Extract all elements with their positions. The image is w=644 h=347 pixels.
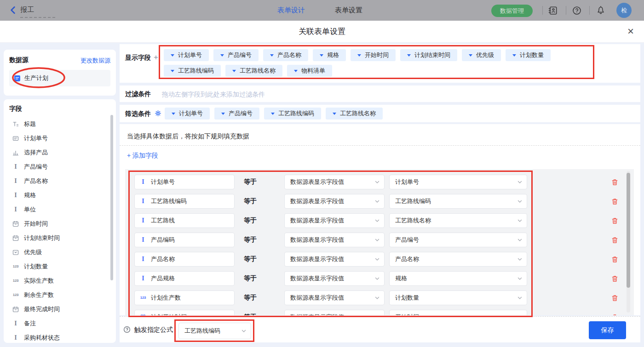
trigger-formula-select[interactable]: 工艺路线编码 [178,323,251,339]
rule-source-select[interactable]: 数据源表显示字段值 [284,310,385,315]
data-manage-button[interactable]: 数据管理 [491,5,533,17]
rule-field-input[interactable]: I工艺路线编码 [134,194,235,209]
field-chip[interactable]: 工艺路线编码 [264,108,321,119]
delete-rule-icon[interactable] [611,179,618,186]
rule-source-select[interactable]: 数据源表显示字段值 [284,252,385,267]
tab-form-design[interactable]: 表单设计 [277,6,305,15]
rule-row: I工艺路线等于数据源表显示字段值工艺路线名称 [134,213,634,228]
field-item[interactable]: 最终完成时间 [4,302,113,316]
field-chip-label: 开始时间 [365,51,389,59]
field-chip[interactable]: 计划数量 [506,49,551,61]
rule-value-select[interactable]: 产品编号 [389,233,527,247]
rule-field-input[interactable]: I计划单号 [134,175,235,189]
fields-scrollbar[interactable] [110,115,113,280]
rule-value-select[interactable]: 规格 [389,271,527,286]
close-icon[interactable]: × [627,24,634,38]
rule-value-select[interactable]: 工艺路线名称 [389,213,527,228]
delete-rule-icon[interactable] [611,295,618,301]
delete-rule-icon[interactable] [611,275,618,282]
field-item[interactable]: 计划单号 [4,131,113,145]
field-item-label: 开始时间 [24,220,48,228]
delete-rule-icon[interactable] [611,314,618,316]
avatar[interactable]: 检 [616,3,632,18]
tab-form-settings[interactable]: 表单设置 [335,6,362,15]
field-chip[interactable]: 产品编号 [213,49,259,61]
field-chip[interactable]: 工艺路线名称 [225,65,282,77]
add-display-field-icon[interactable]: + [154,53,158,62]
field-item-label: 规格 [24,191,36,199]
field-item[interactable]: I采购耗材状态 [4,330,113,343]
field-chip[interactable]: 产品编号 [214,108,259,119]
save-button[interactable]: 保存 [589,321,626,339]
field-item[interactable]: I产品编号 [4,159,113,174]
field-chip[interactable]: 产品名称 [263,49,308,61]
field-chip[interactable]: 优先级 [462,49,501,61]
chevron-down-icon [517,256,523,262]
topbar: 报工 表单设计 表单设置 数据管理 检 [0,0,644,21]
rule-field-input[interactable]: I产品编码 [134,233,235,247]
rule-source-select[interactable]: 数据源表显示字段值 [284,213,385,228]
field-item[interactable]: I规格 [4,188,113,202]
rules-scrollbar[interactable] [627,173,630,288]
divider [120,145,640,146]
text-icon: I [139,275,147,282]
rule-value-select[interactable]: 工艺路线编码 [389,194,527,209]
chevron-down-icon [517,217,523,224]
bell-icon[interactable] [596,6,605,15]
rule-source-select[interactable]: 数据源表显示字段值 [284,194,385,209]
delete-rule-icon[interactable] [611,237,618,244]
rule-field-input[interactable]: I产品名称 [134,252,235,267]
field-chip[interactable]: 计划单号 [165,108,210,119]
field-item[interactable]: 标题 [4,117,113,131]
question-icon[interactable] [123,326,131,333]
help-icon[interactable] [572,6,581,15]
field-item[interactable]: 开始时间 [4,216,113,231]
rule-value-select[interactable]: 计划单号 [389,175,527,189]
field-chip[interactable]: 规格 [313,49,346,61]
rule-source-select[interactable]: 数据源表显示字段值 [284,290,385,305]
add-field-link[interactable]: + 添加字段 [127,152,158,160]
field-chip[interactable]: 开始时间 [351,49,396,61]
field-item[interactable]: 123剩余生产数 [4,288,113,302]
field-item[interactable]: I单位 [4,202,113,216]
change-datasource-link[interactable]: 更改数据源 [80,57,110,65]
divider [589,6,590,15]
field-item[interactable]: I产品名称 [4,174,113,188]
rule-source-select[interactable]: 数据源表显示字段值 [284,233,385,247]
chevron-down-icon [374,256,380,262]
rule-field-input[interactable]: I工艺路线 [134,213,235,228]
datasource-item[interactable]: 生产计划 [9,70,110,86]
contacts-icon[interactable] [548,6,558,15]
caret-down-icon [232,70,236,72]
field-chip[interactable]: 物料清单 [287,65,332,77]
datasource-title: 数据源 [9,56,29,64]
rule-operator: 等于 [244,178,284,186]
field-chip[interactable]: 工艺路线编码 [164,65,221,77]
text-icon: I [139,217,147,224]
field-chip[interactable]: 工艺路线名称 [326,108,383,119]
sieve-label: 筛选条件 [125,110,151,118]
delete-rule-icon[interactable] [611,256,618,263]
gear-icon[interactable] [155,110,161,117]
field-item[interactable]: 选择产品 [4,145,113,159]
rule-source-select[interactable]: 数据源表显示字段值 [284,175,385,189]
back-icon[interactable] [9,6,17,14]
rule-field-input[interactable]: I产品规格 [134,271,235,286]
field-item[interactable]: 123实际生产数 [4,273,113,288]
rule-source-select[interactable]: 数据源表显示字段值 [284,271,385,286]
rule-value-select[interactable]: 开始时间 [389,310,527,315]
field-item[interactable]: 123计划数量 [4,259,113,273]
delete-rule-icon[interactable] [611,217,618,224]
field-item[interactable]: 优先级 [4,245,113,259]
rule-field-input[interactable]: 计划开始时间 [134,310,235,315]
rule-field-input[interactable]: 123计划生产数 [134,290,235,305]
delete-rule-icon[interactable] [611,198,618,205]
field-chip[interactable]: 计划结束时间 [400,49,457,61]
filter-dropzone[interactable]: 拖动左侧字段到此处来添加过滤条件 [162,91,265,99]
rule-value-select[interactable]: 产品名称 [389,252,527,267]
field-item[interactable]: I备注 [4,316,113,330]
rule-source-select-value: 数据源表显示字段值 [290,178,344,186]
field-chip[interactable]: 计划单号 [164,49,209,61]
field-item[interactable]: 计划结束时间 [4,231,113,245]
rule-value-select[interactable]: 计划数量 [389,290,527,305]
